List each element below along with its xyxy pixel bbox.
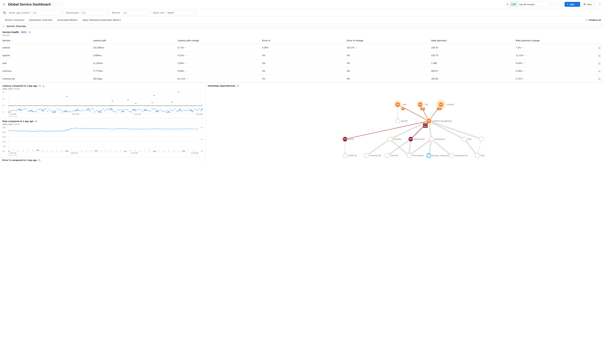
table-row[interactable]: inventory-db290.38µs61.11%0%0%160.930.71… [0,75,604,83]
time-range-select[interactable]: Last 60 minutes [517,2,552,7]
svg-marker-23 [9,111,10,112]
cell-error: 0% [260,75,344,83]
svg-point-97 [114,111,115,111]
title-mode-button[interactable] [52,2,57,7]
view-button[interactable]: View [582,2,596,7]
svg-point-43 [37,109,38,110]
table-header-row: Service Latency p50 Latency p50 change E… [0,37,604,44]
tab-associated-metrics[interactable]: Associated Metrics [55,17,80,23]
dependency-graph[interactable]: 8%web12%iOS6%android8%18%11%apache9%krak… [208,88,602,162]
cell-error-change: 0% [344,51,429,59]
favorite-star-button[interactable] [2,2,6,7]
row-chart-button[interactable] [597,61,602,65]
filter-kube-app-instance-select[interactable]: (all) [31,10,64,15]
title-menu-button[interactable] [59,2,63,7]
table-row[interactable]: apache2.959ms0.22%0%0%525.7411.22% [0,51,604,59]
filter-value: server [167,12,174,14]
svg-point-160 [66,96,68,97]
svg-point-120 [147,110,148,111]
filter-namespace-select[interactable]: (all) [80,10,110,15]
svg-text:12%: 12% [418,103,422,105]
cell-action [580,59,604,67]
time-next-button[interactable] [558,2,563,7]
cell-service: android [0,44,91,51]
svg-marker-135 [167,111,170,112]
chevron-right-icon [560,3,562,5]
svg-point-44 [39,109,40,109]
svg-point-252 [144,150,145,151]
time-prev-button[interactable] [554,2,558,7]
row-chart-button[interactable] [597,53,602,57]
svg-point-204 [130,130,131,130]
svg-point-180 [13,131,14,131]
col-rate-change-header[interactable]: Rate (ops/sec) change [513,37,580,44]
svg-point-136 [169,110,171,110]
filter-settings-button[interactable] [2,10,7,15]
warning-icon[interactable] [42,85,45,87]
info-icon[interactable] [39,85,41,87]
svg-text:db.type: memcach...: db.type: memcach... [432,154,451,157]
info-icon[interactable] [38,159,41,161]
add-button[interactable]: Add [565,2,580,7]
svg-point-65 [68,111,70,111]
col-error-header[interactable]: Error % [260,37,344,44]
collapse-all-button[interactable]: Collapse all [585,19,602,21]
svg-point-191 [66,130,67,131]
svg-point-74 [81,110,83,110]
svg-point-152 [192,111,194,112]
col-p50-header[interactable]: Latency p50 [91,37,175,44]
cell-p50-change: 61.11% [175,75,260,83]
row-chart-button[interactable] [597,77,602,81]
info-icon[interactable] [28,31,31,33]
svg-point-179 [9,130,9,131]
svg-point-193 [76,129,77,129]
table-row[interactable]: android201.596ms6.71%5.54%315.3%236.437.… [0,44,604,51]
svg-point-194 [81,130,82,130]
info-icon[interactable] [237,85,239,87]
page-more-button[interactable] [598,2,602,7]
row-chart-button[interactable] [597,69,602,73]
row-chart-button[interactable] [597,46,602,50]
svg-text:9%: 9% [428,120,430,122]
time-controls: LIVE Last 60 minutes [505,2,552,7]
svg-point-210 [159,130,160,130]
svg-point-100 [119,110,120,111]
svg-point-89 [102,109,104,109]
svg-point-313 [462,137,467,141]
add-button-label: Add [570,3,574,6]
svg-text:store-db: store-db [390,154,398,157]
filter-span-kind-select[interactable]: server [166,10,197,15]
col-rate-header[interactable]: Rate (ops/sec) [429,37,513,44]
cell-p50-change: 0.64% [175,59,260,67]
svg-point-225 [32,151,34,151]
col-p50-change-header[interactable]: Latency p50 change [175,37,260,44]
svg-point-27 [14,110,16,111]
pause-button[interactable] [505,2,510,7]
svg-point-83 [94,112,96,112]
tab-service-overview[interactable]: Service: Overview [2,17,27,23]
tab-operations-overview[interactable]: Operations: Overview [27,17,55,23]
svg-point-154 [195,109,197,110]
svg-point-8 [600,5,600,6]
pause-icon [506,3,509,5]
cell-action [580,51,604,59]
filter-service-select[interactable]: (all) [122,10,151,15]
svg-point-251 [139,151,141,151]
rate-chart[interactable]: 5K/s4K/s3K/s2K/s1K/s0/s 6s4s2s 2:45 PM(G… [2,127,203,156]
latency-chart[interactable]: 6s4s2s0 2:45 PM(GMT-07:00)3:00 PM3:15 PM… [2,91,203,117]
svg-point-6 [600,3,600,3]
svg-point-216 [188,130,189,130]
svg-point-29 [17,109,19,109]
col-service-header[interactable]: Service [0,37,91,44]
col-error-change-header[interactable]: Error % change [344,37,429,44]
svg-text:23%: 23% [409,138,413,140]
tab-otel-k8s-metrics[interactable]: Open Telemetry Kubernetes Metrics [80,17,123,23]
table-row[interactable]: auth11.183ms0.64%0%0%2.38K8.03% [0,59,604,67]
info-icon[interactable] [35,120,37,122]
svg-point-183 [27,131,28,131]
svg-point-215 [183,130,184,130]
cell-error-change: 0% [344,67,429,75]
table-row[interactable]: inventory77.775ms0.64%0%0%655.570.44% [0,67,604,75]
svg-point-36 [27,111,29,112]
section-header[interactable]: Service: Overview [0,24,604,29]
